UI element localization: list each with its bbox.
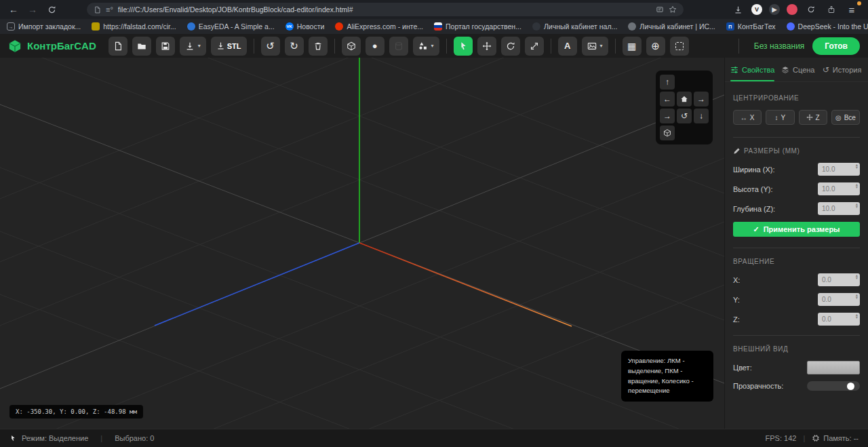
deepseek-favicon — [787, 22, 795, 31]
rotate-ccw-button[interactable]: ↺ — [677, 109, 692, 123]
extension-sync-icon[interactable] — [804, 3, 818, 16]
extension-v-icon[interactable]: V — [751, 4, 762, 15]
toolbar-divider — [615, 39, 616, 54]
pan-left-button[interactable]: ← — [660, 92, 675, 106]
rotation-x-field[interactable]: ▴▾ — [818, 273, 860, 286]
rotation-row: Z: ▴▾ — [733, 313, 860, 326]
open-file-button[interactable] — [132, 37, 151, 56]
bookmark-gosuslugi[interactable]: Портал государствен... — [434, 22, 521, 31]
bookmark-star-icon[interactable] — [669, 5, 677, 14]
width-x-input[interactable] — [822, 166, 850, 173]
center-z-button[interactable]: Z — [799, 110, 827, 125]
rotation-x-input[interactable] — [822, 276, 850, 284]
browser-refresh-icon[interactable] — [45, 3, 58, 16]
site-info-icon[interactable]: ≡° — [106, 5, 113, 14]
frame-toggle-button[interactable] — [670, 37, 689, 56]
export-stl-button[interactable]: STL — [211, 37, 247, 56]
rotate-tool-button[interactable] — [501, 37, 520, 56]
shapes-dropdown-button[interactable]: ▾ — [413, 37, 439, 56]
button-label: Применить размеры — [764, 225, 840, 233]
spinner-arrows[interactable]: ▴▾ — [856, 183, 858, 188]
share-icon[interactable] — [825, 3, 838, 16]
ready-button[interactable]: Готов — [812, 37, 860, 55]
bookmark-kontbagtech[interactable]: ПКонтБагТех — [726, 22, 776, 31]
slider-knob[interactable] — [847, 383, 854, 390]
add-cube-button[interactable] — [342, 37, 361, 56]
height-y-field[interactable]: ▴▾ — [818, 182, 860, 195]
pan-up-button[interactable]: ↑ — [660, 75, 675, 90]
axis-x-red — [359, 243, 572, 326]
tab-properties[interactable]: Свойства — [730, 58, 774, 81]
isometric-view-button[interactable] — [660, 125, 675, 140]
downloads-icon[interactable] — [731, 3, 745, 16]
center-all-button[interactable]: ◎Все — [831, 110, 860, 125]
bookmark-cabinet[interactable]: Личный кабинет | ИС... — [628, 22, 715, 31]
bookmark-import[interactable]: →Импорт закладок... — [7, 22, 81, 31]
viewport-3d[interactable]: ↑ ← → → ↺ ↓ X: -350.30, Y: 0.00, Z: -48.… — [0, 58, 724, 429]
toolbar-divider — [738, 39, 739, 54]
toolbar-divider — [254, 39, 254, 54]
color-swatch[interactable] — [807, 361, 860, 374]
rotation-y-input[interactable] — [822, 296, 850, 303]
field-label: Z: — [733, 315, 740, 324]
bookmark-aliexpress[interactable]: AliExpress.com - инте... — [335, 22, 423, 31]
origin-toggle-button[interactable]: ⊕ — [646, 37, 665, 56]
bookmark-easyeda[interactable]: EasyEDA - A Simple a... — [187, 22, 275, 31]
pan-right-button[interactable]: → — [694, 92, 709, 106]
width-x-field[interactable]: ▴▾ — [818, 163, 860, 176]
bookmark-falstad[interactable]: https://falstad.com/cir... — [92, 22, 176, 31]
rotate-view-button[interactable]: → — [660, 109, 675, 123]
save-button[interactable] — [156, 37, 175, 56]
scale-tool-button[interactable] — [525, 37, 544, 56]
delete-button[interactable] — [309, 37, 328, 56]
add-sphere-button[interactable]: ● — [366, 37, 384, 56]
bookmark-news[interactable]: VKНовости — [285, 22, 325, 31]
spinner-arrows[interactable]: ▴▾ — [856, 274, 858, 279]
center-x-button[interactable]: ↔X — [733, 110, 762, 125]
redo-button[interactable]: ↻ — [285, 37, 304, 56]
section-appearance: ВНЕШНИЙ ВИД Цвет: Прозрачность: — [733, 335, 860, 400]
reader-mode-icon[interactable] — [656, 5, 664, 14]
browser-back-icon[interactable]: ← — [7, 3, 20, 16]
spinner-arrows[interactable]: ▴▾ — [856, 313, 858, 318]
new-file-button[interactable] — [108, 37, 127, 56]
bookmark-nalog[interactable]: Личный кабинет нал... — [532, 22, 617, 31]
export-dropdown-button[interactable]: ▾ — [180, 37, 206, 56]
button-label: Все — [844, 114, 856, 121]
depth-z-input[interactable] — [822, 205, 850, 212]
cad-toolbar: КонтрБагCAD ▾ STL ↺ ↻ ● ▾ A ▾ ▦ ⊕ Без на… — [0, 34, 868, 58]
browser-menu-icon[interactable]: ≡ — [845, 3, 859, 16]
apply-dimensions-button[interactable]: ✓Применить размеры — [733, 222, 860, 237]
tab-scene[interactable]: Сцена — [777, 58, 818, 81]
pan-down-button[interactable]: ↓ — [694, 109, 709, 123]
grid-toggle-button[interactable]: ▦ — [623, 37, 642, 56]
add-cylinder-button[interactable] — [389, 37, 408, 56]
spinner-arrows[interactable]: ▴▾ — [856, 294, 858, 298]
home-view-button[interactable] — [677, 92, 692, 106]
depth-z-field[interactable]: ▴▾ — [818, 202, 860, 215]
bookmark-label: EasyEDA - A Simple a... — [199, 22, 275, 31]
text-tool-button[interactable]: A — [558, 37, 577, 56]
rotation-z-field[interactable]: ▴▾ — [818, 313, 860, 326]
extension-play-icon[interactable]: ▶ — [769, 4, 780, 15]
bookmark-deepseek[interactable]: DeepSeek - Into the U... — [787, 22, 868, 31]
rotation-y-field[interactable]: ▴▾ — [818, 293, 860, 306]
extension-red-icon[interactable] — [787, 4, 797, 15]
url-text[interactable]: file:///C:/Users/Envalid/Desktop/JOB/Kon… — [118, 5, 651, 14]
spinner-arrows[interactable]: ▴▾ — [856, 163, 858, 168]
center-y-button[interactable]: ↕Y — [766, 110, 794, 125]
undo-button[interactable]: ↺ — [261, 37, 280, 56]
browser-forward-icon[interactable]: → — [26, 3, 39, 16]
spinner-arrows[interactable]: ▴▾ — [856, 203, 858, 208]
height-y-input[interactable] — [822, 185, 850, 193]
move-tool-button[interactable] — [477, 37, 496, 56]
logo-cube-icon — [8, 39, 22, 53]
document-title[interactable]: Без названия — [754, 41, 805, 51]
opacity-slider[interactable] — [807, 381, 860, 391]
select-tool-button[interactable] — [454, 37, 473, 56]
image-dropdown-button[interactable]: ▾ — [582, 37, 608, 56]
tab-label: Сцена — [793, 66, 814, 74]
rotation-z-input[interactable] — [822, 315, 850, 323]
address-bar[interactable]: ≡° file:///C:/Users/Envalid/Desktop/JOB/… — [87, 3, 684, 16]
tab-history[interactable]: ↺ История — [821, 58, 863, 81]
